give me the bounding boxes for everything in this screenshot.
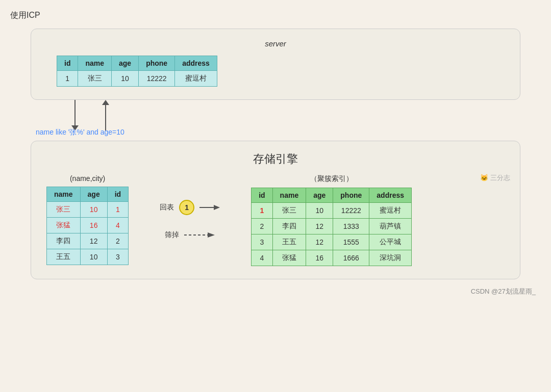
right-col-phone: phone — [333, 188, 369, 203]
right-col-name: name — [272, 188, 306, 203]
server-col-address: address — [175, 56, 217, 71]
left-row2-name: 张猛 — [47, 218, 81, 233]
left-row3-id: 2 — [107, 233, 128, 249]
server-col-age: age — [112, 56, 139, 71]
huitbiao-label: 回表 — [160, 203, 174, 212]
left-row2-id: 4 — [107, 218, 128, 233]
server-row1-address: 蜜逗村 — [175, 71, 217, 87]
up-arrow — [102, 100, 109, 130]
right-row3-phone: 1555 — [333, 234, 369, 250]
right-row2-phone: 1333 — [333, 219, 369, 234]
watermark: 🐱 三分志 — [480, 173, 510, 182]
right-row1-id: 1 — [252, 203, 272, 219]
server-label: server — [46, 39, 505, 48]
right-index: （聚簇索引） id name age phone address 1 张三 — [251, 174, 412, 266]
left-row4-age: 10 — [80, 249, 107, 265]
right-col-age: age — [306, 188, 333, 203]
badge-circle: 1 — [179, 200, 194, 215]
right-row4-name: 张猛 — [272, 250, 306, 266]
watermark-text: 三分志 — [490, 174, 510, 181]
server-row1-age: 10 — [112, 71, 139, 87]
right-col-address: address — [369, 188, 412, 203]
shaidiao-label: 筛掉 — [165, 230, 179, 240]
left-col-age: age — [80, 187, 107, 202]
engine-box: 存储引擎 (name,city) name age id 张三 10 1 — [31, 141, 520, 279]
right-row2-address: 葫芦镇 — [369, 219, 412, 234]
left-row1-name: 张三 — [47, 202, 81, 218]
left-row1: 张三 10 1 — [47, 202, 129, 218]
left-row3: 李四 12 2 — [47, 233, 129, 249]
shaidiao-row: 筛掉 — [165, 230, 215, 240]
right-row3-name: 王五 — [272, 234, 306, 250]
right-index-label: （聚簇索引） — [310, 174, 353, 184]
server-col-name: name — [78, 56, 112, 71]
huitbiao-row: 回表 1 — [160, 200, 220, 215]
left-row4-name: 王五 — [47, 249, 81, 265]
right-row3: 3 王五 12 1555 公平城 — [252, 234, 412, 250]
right-row4: 4 张猛 16 1666 深坑洞 — [252, 250, 412, 266]
right-row4-phone: 1666 — [333, 250, 369, 266]
svg-marker-1 — [214, 205, 220, 210]
right-row1-age: 10 — [306, 203, 333, 219]
right-index-table: id name age phone address 1 张三 10 12222 … — [251, 188, 412, 266]
server-col-id: id — [57, 56, 78, 71]
left-row4: 王五 10 3 — [47, 249, 129, 265]
right-col-id: id — [252, 188, 272, 203]
left-row2-age: 16 — [80, 218, 107, 233]
right-row3-address: 公平城 — [369, 234, 412, 250]
left-row1-age: 10 — [80, 202, 107, 218]
engine-label: 存储引擎 — [46, 151, 505, 167]
server-row1-name: 张三 — [78, 71, 112, 87]
right-row2-name: 李四 — [272, 219, 306, 234]
right-row3-id: 3 — [252, 234, 272, 250]
right-arrow-solid — [199, 203, 220, 212]
right-row1-phone: 12222 — [333, 203, 369, 219]
left-row3-age: 12 — [80, 233, 107, 249]
right-row2-age: 12 — [306, 219, 333, 234]
server-col-phone: phone — [139, 56, 175, 71]
right-row4-address: 深坑洞 — [369, 250, 412, 266]
dashed-arrow — [184, 231, 215, 239]
page-title: 使用ICP — [10, 10, 541, 21]
left-row1-id: 1 — [107, 202, 128, 218]
right-row2: 2 李四 12 1333 葫芦镇 — [252, 219, 412, 234]
right-row1-name: 张三 — [272, 203, 306, 219]
left-col-id: id — [107, 187, 128, 202]
right-row1: 1 张三 10 12222 蜜逗村 — [252, 203, 412, 219]
query-label: name like '张%' and age=10 — [36, 128, 124, 137]
arrows-container: name like '张%' and age=10 — [31, 100, 520, 141]
svg-marker-3 — [208, 232, 215, 238]
footer: CSDN @27划流星雨_ — [10, 287, 541, 296]
right-row3-age: 12 — [306, 234, 333, 250]
left-row3-name: 李四 — [47, 233, 81, 249]
server-row1-phone: 12222 — [139, 71, 175, 87]
middle-arrows: 回表 1 筛掉 — [149, 174, 231, 240]
watermark-icon: 🐱 — [480, 174, 488, 181]
left-row4-id: 3 — [107, 249, 128, 265]
left-row2: 张猛 16 4 — [47, 218, 129, 233]
server-row1-id: 1 — [57, 71, 78, 87]
right-row4-id: 4 — [252, 250, 272, 266]
server-box: server id name age phone address 1 张三 10… — [31, 29, 520, 100]
left-col-name: name — [47, 187, 81, 202]
engine-inner: (name,city) name age id 张三 10 1 — [46, 174, 505, 266]
right-row2-id: 2 — [252, 219, 272, 234]
left-index-table: name age id 张三 10 1 张猛 16 4 — [46, 187, 129, 265]
right-row4-age: 16 — [306, 250, 333, 266]
left-index-label: (name,city) — [70, 174, 105, 182]
server-table: id name age phone address 1 张三 10 12222 … — [57, 56, 217, 87]
down-arrow — [71, 100, 79, 130]
left-index: (name,city) name age id 张三 10 1 — [46, 174, 129, 265]
right-row1-address: 蜜逗村 — [369, 203, 412, 219]
